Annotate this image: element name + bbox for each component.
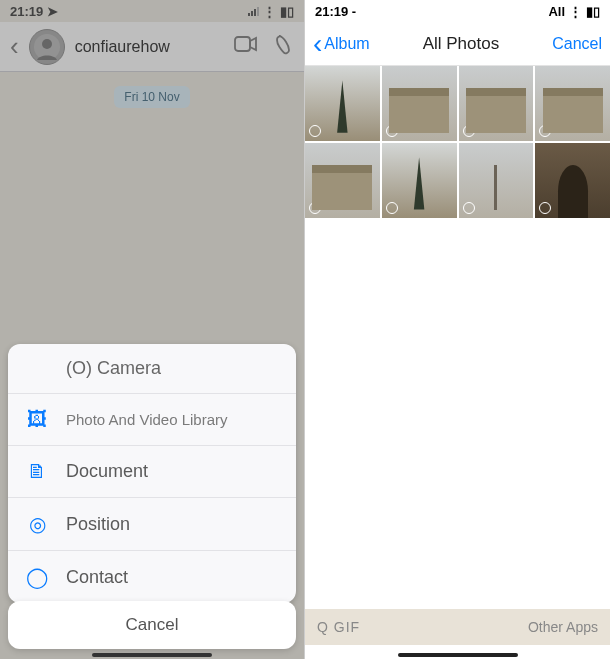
photo-thumbnail[interactable] (459, 143, 534, 218)
sheet-item-position[interactable]: ◎ Position (8, 498, 296, 551)
selection-circle-icon (386, 125, 398, 137)
album-back-button[interactable]: Album (313, 35, 370, 53)
sheet-label: (O) Camera (66, 358, 161, 379)
home-indicator[interactable] (92, 653, 212, 657)
contact-icon: ◯ (26, 565, 48, 589)
other-apps-button[interactable]: Other Apps (528, 619, 598, 635)
picker-cancel-button[interactable]: Cancel (552, 35, 602, 53)
sheet-label: Photo And Video Library (66, 411, 228, 428)
cancel-button[interactable]: Cancel (8, 601, 296, 649)
gif-button[interactable]: Q GIF (317, 619, 360, 635)
photo-thumbnail[interactable] (535, 143, 610, 218)
keyboard-strip: Q GIF Other Apps (305, 609, 610, 645)
carrier-label: All (548, 4, 565, 19)
photo-thumbnail[interactable] (535, 66, 610, 141)
document-icon: 🗎 (26, 460, 48, 483)
battery-icon: ▮▯ (586, 4, 600, 19)
sheet-item-document[interactable]: 🗎 Document (8, 446, 296, 498)
sheet-item-camera[interactable]: (O) Camera (8, 344, 296, 394)
photo-thumbnail[interactable] (305, 143, 380, 218)
position-icon: ◎ (26, 512, 48, 536)
selection-circle-icon (386, 202, 398, 214)
sheet-item-contact[interactable]: ◯ Contact (8, 551, 296, 603)
photo-thumbnail[interactable] (382, 66, 457, 141)
sheet-label: Document (66, 461, 148, 482)
photo-picker-panel: 21:19 - All ⋮ ▮▯ Album All Photos Cancel… (304, 0, 610, 659)
photo-grid (305, 66, 610, 218)
picker-title: All Photos (423, 34, 500, 54)
selection-circle-icon (309, 202, 321, 214)
back-label: Album (324, 35, 369, 53)
photo-thumbnail[interactable] (305, 66, 380, 141)
attachment-action-sheet: (O) Camera 🖼 Photo And Video Library 🗎 D… (8, 344, 296, 603)
status-bar: 21:19 - All ⋮ ▮▯ (305, 0, 610, 22)
selection-circle-icon (463, 202, 475, 214)
photos-icon: 🖼 (26, 408, 48, 431)
selection-circle-icon (309, 125, 321, 137)
selection-circle-icon (539, 202, 551, 214)
home-indicator[interactable] (398, 653, 518, 657)
photo-thumbnail[interactable] (382, 143, 457, 218)
picker-nav: Album All Photos Cancel (305, 22, 610, 66)
sheet-label: Contact (66, 567, 128, 588)
wifi-icon: ⋮ (569, 4, 582, 19)
selection-circle-icon (539, 125, 551, 137)
sheet-label: Position (66, 514, 130, 535)
status-time: 21:19 - (315, 4, 356, 19)
whatsapp-chat-panel: 21:19 ➤ ⋮ ▮▯ ‹ confiaurehow Fri 10 Nov G… (0, 0, 304, 659)
photo-thumbnail[interactable] (459, 66, 534, 141)
sheet-item-photo-library[interactable]: 🖼 Photo And Video Library (8, 394, 296, 446)
selection-circle-icon (463, 125, 475, 137)
